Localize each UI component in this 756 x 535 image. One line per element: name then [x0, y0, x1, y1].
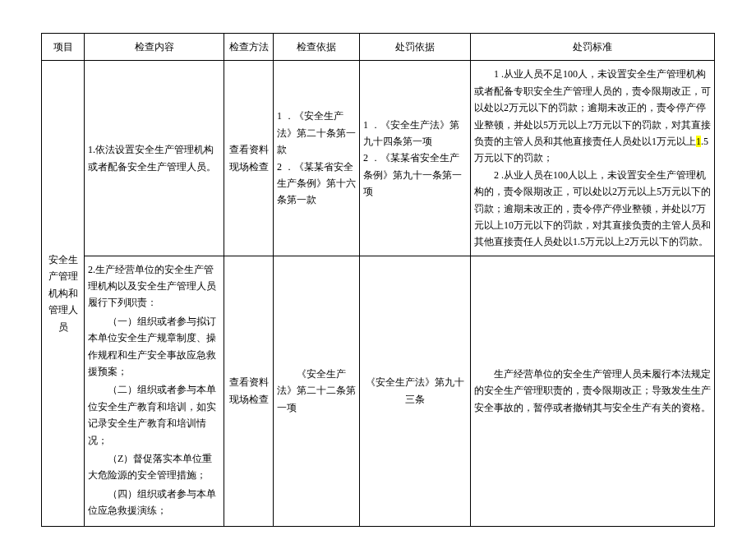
duty-intro: 2.生产经营单位的安全生产管理机构以及安全生产管理人员履行下列职责： [88, 261, 220, 311]
basis-cell: 《安全生产法》第二十二条第一项 [274, 256, 360, 526]
list-num: 2 [363, 152, 368, 164]
hdr-standard: 处罚标准 [471, 34, 715, 61]
content-cell: 2.生产经营单位的安全生产管理机构以及安全生产管理人员履行下列职责： （一）组织… [85, 256, 224, 526]
table-row: 2.生产经营单位的安全生产管理机构以及安全生产管理人员履行下列职责： （一）组织… [42, 256, 715, 526]
hdr-content: 检查内容 [85, 34, 224, 61]
header-row: 项目 检查内容 检查方法 检查依据 处罚依据 处罚标准 [42, 34, 715, 61]
duty-item: （Z）督促落实本单位重大危险源的安全管理措施； [88, 450, 220, 484]
hdr-method: 检查方法 [224, 34, 274, 61]
standard-cell: 1 .从业人员不足100人，未设置安全生产管理机构或者配备专职安全生产管理人员的… [471, 61, 715, 256]
list-num: 2 [277, 161, 282, 173]
project-cell: 安全生产管理机构和管理人员 [42, 61, 85, 526]
hdr-project: 项目 [42, 34, 85, 61]
duty-item: （二）组织或者参与本单位安全生产教育和培训，如实记录安全生产教育和培训情况； [88, 381, 220, 449]
std-para2: 2 .从业人员在100人以上，未设置安全生产管理机构的，责令限期改正，可以处以2… [474, 169, 711, 248]
table-row: 安全生产管理机构和管理人员 1.依法设置安全生产管理机构或者配备安全生产管理人员… [42, 61, 715, 256]
penalty-cell: 《安全生产法》第九十三条 [360, 256, 471, 526]
list-text: ．《某某省安全生产条例》第九十一条第一项 [363, 152, 462, 197]
duty-item: （一）组织或者参与拟订本单位安全生产规章制度、操作规程和生产安全事故应急救援预案… [88, 313, 220, 380]
method-cell: 查看资料现场检查 [224, 256, 274, 526]
list-text: ．《某某省安全生产条例》第十六条第一款 [277, 161, 356, 206]
list-text: ．《安全生产法》第二十条第一款 [277, 110, 356, 155]
list-num: 1 [277, 110, 282, 122]
hdr-penalty: 处罚依据 [360, 34, 471, 61]
list-num: 1 [363, 119, 368, 131]
list-text: ．《安全生产法》第九十四条第一项 [363, 119, 459, 147]
standard-cell: 生产经营单位的安全生产管理人员未履行本法规定的安全生产管理职责的，责令限期改正；… [471, 256, 715, 526]
std-para1a: 1 .从业人员不足100人，未设置安全生产管理机构或者配备专职安全生产管理人员的… [474, 68, 711, 147]
method-cell: 查看资料现场检查 [224, 61, 274, 256]
hdr-basis: 检查依据 [274, 34, 360, 61]
duty-item: （四）组织或者参与本单位应急救援演练； [88, 486, 220, 519]
content-cell: 1.依法设置安全生产管理机构或者配备安全生产管理人员。 [85, 61, 224, 256]
basis-cell: 1 ．《安全生产法》第二十条第一款 2 ．《某某省安全生产条例》第十六条第一款 [274, 61, 360, 256]
penalty-cell: 1 ．《安全生产法》第九十四条第一项 2 ．《某某省安全生产条例》第九十一条第一… [360, 61, 471, 256]
inspection-table: 项目 检查内容 检查方法 检查依据 处罚依据 处罚标准 安全生产管理机构和管理人… [41, 33, 715, 527]
